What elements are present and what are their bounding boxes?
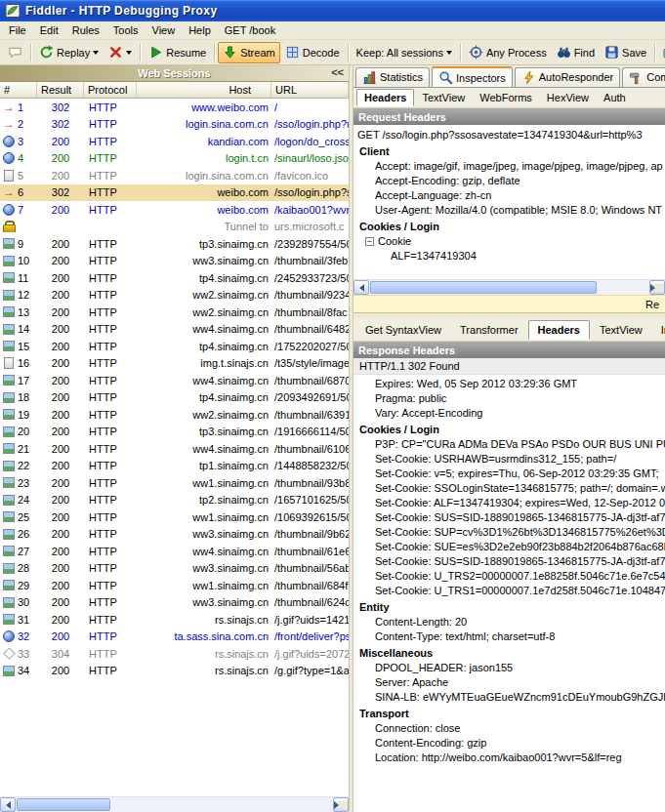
column-header-result[interactable]: Result (37, 82, 84, 98)
collapse-panel-button[interactable]: << (331, 66, 344, 78)
session-row[interactable]: 34200HTTPrs.sinajs.cn/g.gif?type=1&a (0, 663, 349, 680)
session-row[interactable]: 2302HTTPlogin.sina.com.cn/sso/login.php?… (0, 116, 349, 134)
header-item[interactable]: Content-Length: 20 (353, 615, 665, 629)
header-item[interactable]: Set-Cookie: U_TRS2=00000007.1e88258f.504… (353, 569, 665, 584)
scroll-thumb[interactable] (370, 281, 597, 294)
session-row[interactable]: 5200HTTPlogin.sina.com.cn/favicon.ico (0, 167, 349, 184)
menu-tools[interactable]: Tools (106, 22, 145, 38)
session-row[interactable]: 16200HTTPimg.t.sinajs.cn/t35/style/image (0, 355, 349, 373)
header-item[interactable]: Connection: close (353, 721, 665, 736)
request-horizontal-scrollbar[interactable] (353, 279, 665, 295)
menu-edit[interactable]: Edit (33, 22, 65, 38)
session-row[interactable]: 28200HTTPww3.sinaimg.cn/thumbnail/56ab (0, 560, 349, 578)
tab-inspectors[interactable]: Inspectors (432, 66, 513, 88)
session-row[interactable]: 23200HTTPww1.sinaimg.cn/thumbnail/93b8 (0, 474, 349, 492)
session-row[interactable]: 17200HTTPww4.sinaimg.cn/thumbnail/6870 (0, 372, 349, 389)
response-tab-transformer[interactable]: Transformer (451, 321, 527, 339)
session-row[interactable]: 1302HTTPwww.weibo.com/ (0, 99, 349, 116)
camera-button[interactable] (658, 42, 665, 63)
session-row[interactable]: Tunnel tours.microsoft.c (0, 219, 349, 236)
header-item[interactable]: DPOOL_HEADER: jason155 (353, 661, 665, 675)
session-row[interactable]: 12200HTTPww2.sinaimg.cn/thumbnail/9234 (0, 287, 349, 304)
session-row[interactable]: 27200HTTPww4.sinaimg.cn/thumbnail/61e6 (0, 543, 349, 560)
session-row[interactable]: 26200HTTPww3.sinaimg.cn/thumbnail/9b62 (0, 526, 349, 544)
header-item[interactable]: Accept: image/gif, image/jpeg, image/pjp… (353, 159, 665, 174)
response-tab-textview[interactable]: TextView (591, 321, 651, 339)
scroll-thumb[interactable] (17, 798, 110, 811)
tab-autoresponder[interactable]: AutoResponder (515, 67, 620, 87)
session-row[interactable]: 9200HTTPtp3.sinaimg.cn/2392897554/50 (0, 235, 349, 253)
response-tab-get-syntaxview[interactable]: Get SyntaxView (356, 321, 450, 339)
scroll-left-button[interactable] (353, 280, 369, 295)
request-tab-hexview[interactable]: HexView (540, 90, 596, 105)
header-item[interactable]: Pragma: public (353, 391, 665, 406)
header-item[interactable]: Expires: Wed, 05 Sep 2012 03:29:36 GMT (353, 377, 665, 391)
session-row[interactable]: 33304HTTPrs.sinajs.cn/j.gif?uids=2072 (0, 645, 349, 663)
header-item[interactable]: Vary: Accept-Encoding (353, 406, 665, 421)
column-header-protocol[interactable]: Protocol (84, 82, 137, 98)
request-tab-auth[interactable]: Auth (597, 90, 633, 105)
collapse-expander-icon[interactable]: − (365, 237, 374, 246)
scroll-right-button[interactable] (333, 797, 349, 812)
session-row[interactable]: 4200HTTPlogin.t.cn/sinaurl/loso.json (0, 150, 349, 168)
session-row[interactable]: 10200HTTPww3.sinaimg.cn/thumbnail/3feb (0, 253, 349, 270)
header-item[interactable]: Server: Apache (353, 675, 665, 690)
request-tab-textview[interactable]: TextView (415, 90, 472, 105)
column-header-url[interactable]: URL (271, 82, 349, 98)
session-row[interactable]: 19200HTTPww2.sinaimg.cn/thumbnail/6391 (0, 406, 349, 424)
header-item[interactable]: P3P: CP="CURa ADMa DEVa PSAo PSDo OUR BU… (353, 437, 665, 452)
request-tab-headers[interactable]: Headers (356, 89, 414, 106)
header-item[interactable]: Set-Cookie: SUS=SID-1889019865-134681577… (353, 510, 665, 525)
tab-comp[interactable]: Comp (622, 67, 665, 87)
any-process-button[interactable]: Any Process (464, 42, 552, 63)
header-item[interactable]: Set-Cookie: SSOLoginState=1346815775; pa… (353, 481, 665, 496)
session-row[interactable]: 31200HTTPrs.sinajs.cn/j.gif?uids=1421 (0, 611, 349, 629)
header-item[interactable]: Content-Type: text/html; charset=utf-8 (353, 629, 665, 644)
session-row[interactable]: 15200HTTPtp4.sinaimg.cn/1752202027/50 (0, 338, 349, 355)
header-item[interactable]: User-Agent: Mozilla/4.0 (compatible; MSI… (353, 203, 665, 218)
menu-file[interactable]: File (2, 22, 33, 38)
session-row[interactable]: 13200HTTPww2.sinaimg.cn/thumbnail/8fac (0, 304, 349, 321)
session-row[interactable]: 25200HTTPww1.sinaimg.cn/1069392615/50 (0, 508, 349, 526)
column-header-item[interactable]: # (0, 82, 37, 98)
stream-button[interactable]: Stream (218, 42, 279, 63)
header-item[interactable]: Set-Cookie: U_TRS1=00000007.1e7d258f.504… (353, 584, 665, 598)
session-row[interactable]: 20200HTTPtp3.sinaimg.cn/1916666114/50 (0, 424, 349, 441)
menu-rules[interactable]: Rules (65, 22, 106, 38)
header-item[interactable]: SINA-LB: eWYyMTEuaGEueWZncm91cDEuYmoubG9… (353, 690, 665, 705)
header-item[interactable]: Set-Cookie: SUP=cv%3D1%26bt%3D1346815775… (353, 525, 665, 540)
decode-notice-bar[interactable]: Re (353, 295, 665, 313)
header-item[interactable]: Content-Encoding: gzip (353, 736, 665, 751)
column-header-host[interactable]: Host (137, 82, 271, 98)
menu-view[interactable]: View (145, 22, 183, 38)
save-button[interactable]: Save (600, 42, 651, 63)
tab-statistics[interactable]: Statistics (355, 67, 430, 87)
session-row[interactable]: 29200HTTPww1.sinaimg.cn/thumbnail/684f (0, 577, 349, 594)
session-row[interactable]: 11200HTTPtp4.sinaimg.cn/2452933723/50 (0, 269, 349, 287)
replay-button[interactable]: Replay (34, 42, 104, 63)
header-item[interactable]: Set-Cookie: SUS=SID-1889019865-134681577… (353, 554, 665, 569)
session-row[interactable]: 30200HTTPww3.sinaimg.cn/thumbnail/624c (0, 594, 349, 612)
response-tab-headers[interactable]: Headers (528, 320, 590, 340)
header-item[interactable]: Accept-Encoding: gzip, deflate (353, 174, 665, 188)
menu-get-book[interactable]: GET /book (218, 22, 282, 38)
session-row[interactable]: 22200HTTPtp1.sinaimg.cn/1448858232/50 (0, 458, 349, 475)
comment-button[interactable] (3, 42, 27, 63)
request-tab-webforms[interactable]: WebForms (473, 90, 539, 105)
session-row[interactable]: 24200HTTPtp2.sinaimg.cn/1657101625/50 (0, 492, 349, 509)
response-status-line[interactable]: HTTP/1.1 302 Found (353, 358, 665, 375)
session-row[interactable]: 32200HTTPta.sass.sina.com.cn/front/deliv… (0, 629, 349, 646)
request-line[interactable]: GET /sso/login.php?ssosavestate=13474193… (353, 125, 665, 142)
find-button[interactable]: Find (552, 42, 600, 63)
header-item[interactable]: Set-Cookie: SUE=es%3D2e2eb90f23b884b2f20… (353, 540, 665, 554)
sessions-horizontal-scrollbar[interactable] (0, 796, 349, 812)
response-tab-im[interactable]: Im (652, 321, 665, 339)
session-row[interactable]: 3200HTTPkandian.com/logon/do_cross (0, 133, 349, 150)
session-row[interactable]: 21200HTTPww4.sinaimg.cn/thumbnail/6106 (0, 440, 349, 458)
header-item[interactable]: Location: http://weibo.com/kaibao001?wvr… (353, 751, 665, 765)
decode-button[interactable]: Decode (280, 42, 345, 63)
resume-button[interactable]: Resume (144, 42, 211, 63)
session-row[interactable]: 6302HTTPweibo.com/sso/login.php?s (0, 184, 349, 202)
title-bar[interactable]: Fiddler - HTTP Debugging Proxy (0, 0, 665, 21)
keep-sessions-button[interactable]: Keep: All sessions (352, 42, 457, 63)
